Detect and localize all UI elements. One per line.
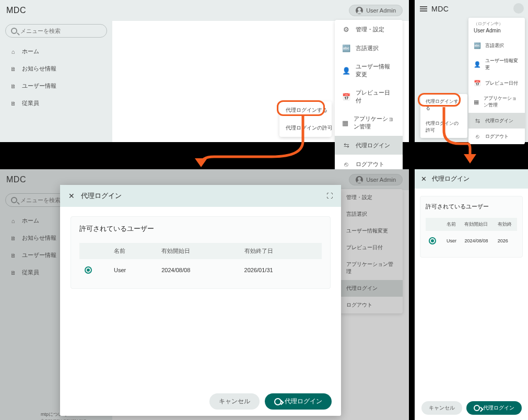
- menu-label: 言語選択: [485, 42, 504, 49]
- lang-icon: 🔤: [474, 42, 481, 49]
- menu-label: ユーザー情報変更: [356, 63, 395, 78]
- swap-icon: [474, 405, 480, 411]
- mobile-modal-header: ✕ 代理ログイン: [415, 169, 528, 189]
- nav-home[interactable]: ⌂ホーム: [0, 43, 112, 60]
- hamburger-icon[interactable]: [420, 6, 427, 11]
- logout-icon: ⎋: [474, 133, 481, 140]
- user-menu: ⚙管理・設定 🔤言語選択 👤ユーザー情報変更 📅プレビュー日付 ▦アプリケーショ…: [335, 20, 403, 173]
- allowed-users-table: 名前 有効開始日 有効終 User 2024/08/08 2026: [426, 218, 517, 251]
- submenu-proxy-login-permit[interactable]: 代理ログインの許可: [420, 116, 467, 138]
- nav-notice[interactable]: 🗎お知らせ情報: [0, 60, 112, 77]
- gear-icon: ⚙: [342, 25, 350, 33]
- menu-user-info-change[interactable]: 👤ユーザー情報変更: [468, 53, 525, 75]
- menu-label: アプリケーション管理: [484, 95, 520, 109]
- doc-icon: 🗎: [9, 100, 17, 107]
- col-name: 名前: [443, 218, 461, 231]
- cell-end: 2026: [495, 231, 517, 251]
- close-icon[interactable]: ✕: [421, 175, 427, 183]
- person-icon: [356, 7, 363, 14]
- cell-end: 2026/01/31: [239, 259, 322, 281]
- doc-icon: 🗎: [9, 83, 17, 90]
- menu-label: プレビュー日付: [356, 89, 395, 104]
- table-row[interactable]: User 2024/08/08 2026/01/31: [79, 259, 322, 281]
- menu-label: ユーザー情報変更: [485, 57, 520, 71]
- proxy-login-button[interactable]: 代理ログイン: [466, 401, 522, 415]
- submenu-proxy-login-do[interactable]: 代理ログインする: [420, 94, 467, 116]
- user-admin-chip[interactable]: User Admin: [349, 5, 403, 16]
- search-box[interactable]: [5, 24, 107, 38]
- allowed-users-table: 名前 有効開始日 有効終了日 User 2024/08/08 2026/01/3…: [79, 243, 322, 281]
- section-title: 許可されているユーザー: [426, 203, 517, 211]
- menu-proxy-login[interactable]: ⇆代理ログイン: [468, 113, 525, 129]
- expand-icon[interactable]: ⛶: [326, 192, 333, 200]
- nav-label: ユーザー情報: [22, 82, 56, 90]
- proxy-login-button[interactable]: 代理ログイン: [265, 393, 332, 410]
- submenu-label: 代理ログインする: [286, 107, 327, 114]
- menu-label: ログアウト: [356, 160, 384, 168]
- cancel-button[interactable]: キャンセル: [209, 393, 260, 410]
- menu-app-admin[interactable]: ▦アプリケーション管理: [335, 110, 403, 136]
- mobile-user-menu: （ログイン中） User Admin 🔤言語選択 👤ユーザー情報変更 📅プレビュ…: [468, 18, 525, 144]
- mobile-modal-footer: キャンセル 代理ログイン: [415, 396, 528, 420]
- logout-icon: ⎋: [342, 160, 350, 168]
- cell-name: User: [109, 259, 156, 281]
- radio-selected[interactable]: [85, 266, 92, 274]
- grid-icon: ▦: [474, 98, 479, 106]
- swap-icon: [274, 398, 281, 405]
- col-name: 名前: [109, 243, 156, 259]
- section-title: 許可されているユーザー: [79, 224, 322, 234]
- panel-mobile-modal: ✕ 代理ログイン 許可されているユーザー 名前 有効開始日 有効終 User 2…: [415, 169, 528, 420]
- menu-label: 言語選択: [356, 44, 379, 52]
- cell-start: 2024/08/08: [461, 231, 494, 251]
- user-icon: 👤: [474, 61, 481, 68]
- sidebar: ⌂ホーム 🗎お知らせ情報 🗎ユーザー情報 🗎従業員: [0, 21, 112, 142]
- menu-admin-settings[interactable]: ⚙管理・設定: [335, 20, 403, 39]
- menu-proxy-login[interactable]: ⇆代理ログイン: [335, 136, 403, 155]
- cancel-button[interactable]: キャンセル: [421, 401, 462, 415]
- modal-title: 代理ログイン: [81, 191, 122, 201]
- nav-user-info[interactable]: 🗎ユーザー情報: [0, 77, 112, 95]
- home-icon: ⌂: [9, 48, 17, 55]
- swap-icon: ⇆: [474, 117, 481, 124]
- modal-header: ✕ 代理ログイン ⛶: [60, 185, 341, 207]
- user-chip-label: User Admin: [366, 7, 396, 14]
- menu-label: 管理・設定: [356, 26, 384, 33]
- calendar-icon: 📅: [342, 92, 350, 101]
- modal-title: 代理ログイン: [432, 174, 470, 183]
- menu-preview-date[interactable]: 📅プレビュー日付: [468, 75, 525, 91]
- panel-desktop-menu: MDC User Admin ⌂ホーム 🗎お知らせ情報 🗎ユーザー情報 🗎従業員…: [0, 0, 409, 142]
- menu-preview-date[interactable]: 📅プレビュー日付: [335, 84, 403, 110]
- menu-header: （ログイン中） User Admin: [468, 18, 525, 38]
- search-icon: [11, 28, 17, 34]
- submenu-label: 代理ログインの許可: [426, 121, 459, 133]
- submenu-label: 代理ログインする: [426, 99, 459, 111]
- menu-language[interactable]: 🔤言語選択: [468, 38, 525, 53]
- search-input[interactable]: [20, 28, 101, 34]
- avatar-button[interactable]: [513, 3, 524, 14]
- submenu-proxy-login-do[interactable]: 代理ログインする: [279, 101, 332, 119]
- nav-label: 従業員: [22, 99, 39, 107]
- menu-logout[interactable]: ⎋ログアウト: [468, 129, 525, 144]
- login-user-name: User Admin: [474, 28, 520, 33]
- col-start: 有効開始日: [156, 243, 239, 259]
- login-status-label: （ログイン中）: [474, 21, 520, 27]
- panel-desktop-modal: MDC User Admin ⌂ホーム 🗎お知らせ情報 🗎ユーザー情報 🗎従業員…: [0, 169, 409, 420]
- doc-icon: 🗎: [9, 65, 17, 73]
- cell-name: User: [443, 231, 461, 251]
- radio-selected[interactable]: [429, 237, 436, 244]
- person-icon: [515, 5, 522, 11]
- menu-label: アプリケーション管理: [354, 115, 395, 131]
- menu-label: ログアウト: [485, 133, 509, 140]
- nav-employee[interactable]: 🗎従業員: [0, 95, 112, 112]
- menu-app-admin[interactable]: ▦アプリケーション管理: [468, 91, 525, 113]
- menu-user-info-change[interactable]: 👤ユーザー情報変更: [335, 57, 403, 84]
- col-end: 有効終了日: [239, 243, 322, 259]
- mobile-proxy-submenu: 代理ログインする 代理ログインの許可: [420, 94, 467, 138]
- menu-label: 代理ログイン: [485, 118, 513, 124]
- submenu-proxy-login-permit[interactable]: 代理ログインの許可: [279, 119, 332, 137]
- menu-language[interactable]: 🔤言語選択: [335, 39, 403, 57]
- close-icon[interactable]: ✕: [68, 192, 75, 200]
- allowed-users-card: 許可されているユーザー 名前 有効開始日 有効終了日 User 2024/08/…: [71, 216, 331, 289]
- user-icon: 👤: [342, 66, 350, 75]
- table-row[interactable]: User 2024/08/08 2026: [426, 231, 517, 251]
